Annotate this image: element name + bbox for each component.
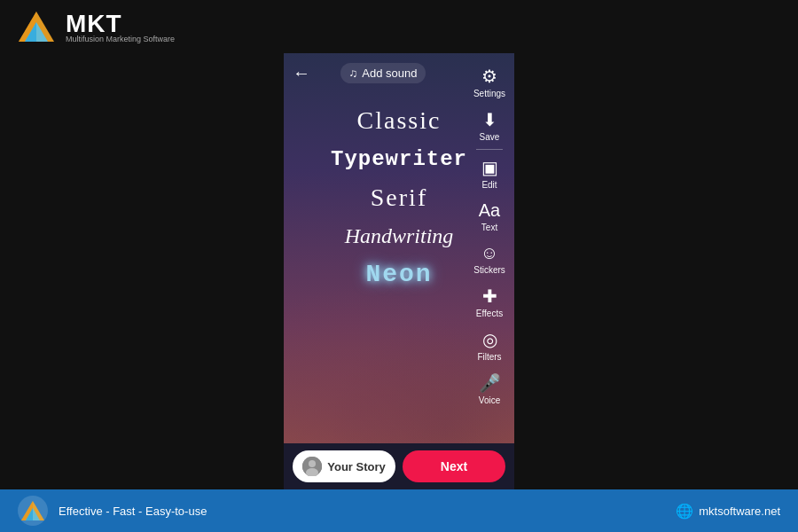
text-label: Text xyxy=(481,223,497,232)
effects-label: Effects xyxy=(476,309,503,318)
tool-stickers[interactable]: ☺ Stickers xyxy=(465,238,514,280)
tool-settings[interactable]: ⚙ Settings xyxy=(465,60,514,104)
bottom-tagline: Effective - Fast - Easy-to-use xyxy=(59,505,207,518)
logo-text-block: MKT Multifusion Marketing Software xyxy=(66,10,175,43)
right-tools: ⚙ Settings ⬇ Save ▣ Edit Aa Text ☺ xyxy=(465,53,514,443)
font-option-serif[interactable]: Serif xyxy=(371,184,427,212)
tool-save[interactable]: ⬇ Save xyxy=(465,104,514,147)
bottom-right: 🌐 mktsoftware.net xyxy=(676,503,780,520)
avatar xyxy=(302,457,322,476)
filters-icon: ◎ xyxy=(482,329,497,350)
tool-edit[interactable]: ▣ Edit xyxy=(465,152,514,195)
voice-icon: 🎤 xyxy=(479,372,501,394)
back-button[interactable]: ← xyxy=(293,63,310,83)
filters-label: Filters xyxy=(477,352,501,362)
effects-icon: ✚ xyxy=(482,286,497,307)
tool-divider-1 xyxy=(476,149,503,150)
font-option-classic[interactable]: Classic xyxy=(357,106,442,135)
svg-point-5 xyxy=(309,460,316,467)
bottom-left: Effective - Fast - Easy-to-use xyxy=(18,496,207,526)
settings-label: Settings xyxy=(473,89,505,98)
add-sound-label: Add sound xyxy=(362,66,417,80)
add-sound-button[interactable]: ♫ Add sound xyxy=(340,63,426,83)
voice-label: Voice xyxy=(479,395,500,405)
mkt-logo-icon xyxy=(14,4,59,49)
save-icon: ⬇ xyxy=(482,109,497,130)
bottom-bar: Effective - Fast - Easy-to-use 🌐 mktsoft… xyxy=(0,489,798,532)
story-bottom: Your Story Next xyxy=(284,443,514,489)
music-icon: ♫ xyxy=(349,66,358,80)
tool-voice[interactable]: 🎤 Voice xyxy=(465,367,514,411)
logo-area: MKT Multifusion Marketing Software xyxy=(14,4,175,49)
settings-icon: ⚙ xyxy=(481,66,497,87)
save-label: Save xyxy=(480,132,500,142)
tool-filters[interactable]: ◎ Filters xyxy=(465,324,514,367)
next-label: Next xyxy=(441,459,467,473)
stickers-icon: ☺ xyxy=(481,243,498,263)
font-option-handwriting[interactable]: Handwriting xyxy=(345,224,454,248)
globe-icon: 🌐 xyxy=(676,503,693,520)
font-option-neon[interactable]: Neon xyxy=(365,261,432,288)
bottom-logo-icon xyxy=(18,496,48,526)
stickers-label: Stickers xyxy=(473,265,505,275)
top-bar: MKT Multifusion Marketing Software xyxy=(0,0,798,53)
edit-label: Edit xyxy=(481,180,497,190)
story-canvas: ← ♫ Add sound Classic Typewriter Serif H… xyxy=(284,53,514,443)
website-label: mktsoftware.net xyxy=(699,505,780,518)
edit-icon: ▣ xyxy=(481,157,498,178)
your-story-label: Your Story xyxy=(327,460,386,473)
logo-subtext: Multifusion Marketing Software xyxy=(66,35,175,43)
main-content: ← ♫ Add sound Classic Typewriter Serif H… xyxy=(0,53,798,489)
phone-area: ← ♫ Add sound Classic Typewriter Serif H… xyxy=(284,53,514,489)
tool-effects[interactable]: ✚ Effects xyxy=(465,280,514,324)
font-option-typewriter[interactable]: Typewriter xyxy=(331,147,467,171)
text-icon: Aa xyxy=(479,200,500,221)
tool-text[interactable]: Aa Text xyxy=(465,195,514,238)
next-button[interactable]: Next xyxy=(403,450,505,482)
your-story-button[interactable]: Your Story xyxy=(293,450,395,482)
